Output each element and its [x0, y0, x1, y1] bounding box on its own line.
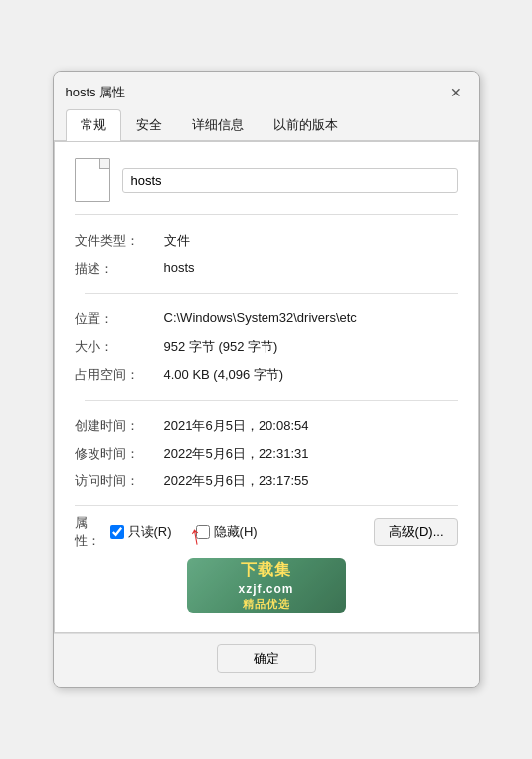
attributes-section: 属性： 只读(R) 隐藏(H) 高级(D)...	[75, 505, 458, 550]
field-value-location: C:\Windows\System32\drivers\etc	[154, 305, 458, 333]
info-table: 文件类型： 文件 描述： hosts 位置： C:\Windows\System…	[75, 227, 458, 495]
field-value-size: 952 字节 (952 字节)	[154, 333, 458, 361]
watermark-area: ↑ 下载集 xzjf.com 精品优选	[75, 558, 458, 618]
table-row: 创建时间： 2021年6月5日，20:08:54	[75, 412, 458, 440]
table-row: 访问时间： 2022年5月6日，23:17:55	[75, 468, 458, 495]
field-value-modified: 2022年5月6日，22:31:31	[154, 440, 458, 468]
table-row: 描述： hosts	[75, 255, 458, 283]
tab-content: 文件类型： 文件 描述： hosts 位置： C:\Windows\System…	[54, 141, 479, 633]
dialog-window: hosts 属性 ✕ 常规 安全 详细信息 以前的版本 文件类型： 文件 描述：…	[53, 71, 480, 688]
hidden-label: 隐藏(H)	[214, 523, 258, 541]
tab-general[interactable]: 常规	[66, 109, 121, 141]
field-label-type: 文件类型：	[75, 227, 154, 255]
file-header	[75, 158, 458, 215]
file-name-input[interactable]	[122, 168, 458, 193]
tab-details[interactable]: 详细信息	[177, 109, 259, 141]
readonly-checkbox[interactable]	[110, 525, 124, 539]
field-label-created: 创建时间：	[75, 412, 154, 440]
table-row: 位置： C:\Windows\System32\drivers\etc	[75, 305, 458, 333]
watermark-line1: 下载集	[241, 560, 291, 581]
field-label-size: 大小：	[75, 333, 154, 361]
field-value-desc: hosts	[154, 255, 458, 283]
checkbox-group: 只读(R) 隐藏(H)	[110, 523, 258, 541]
field-label-location: 位置：	[75, 305, 154, 333]
tab-security[interactable]: 安全	[121, 109, 177, 141]
readonly-checkbox-label[interactable]: 只读(R)	[110, 523, 172, 541]
title-bar: hosts 属性 ✕	[54, 72, 479, 109]
hidden-checkbox-label[interactable]: 隐藏(H)	[196, 523, 258, 541]
watermark-line3: 精品优选	[243, 597, 290, 612]
table-row: 修改时间： 2022年5月6日，22:31:31	[75, 440, 458, 468]
window-title: hosts 属性	[66, 84, 126, 101]
table-row: 文件类型： 文件	[75, 227, 458, 255]
close-button[interactable]: ✕	[445, 82, 467, 103]
tab-previous-versions[interactable]: 以前的版本	[259, 109, 353, 141]
watermark-badge: 下载集 xzjf.com 精品优选	[187, 558, 346, 613]
attributes-label: 属性：	[75, 514, 110, 550]
file-icon	[75, 158, 110, 202]
field-label-desc: 描述：	[75, 255, 154, 283]
table-row: 大小： 952 字节 (952 字节)	[75, 333, 458, 361]
table-row: 占用空间： 4.00 KB (4,096 字节)	[75, 361, 458, 389]
watermark-line2: xzjf.com	[238, 582, 293, 596]
field-value-created: 2021年6月5日，20:08:54	[154, 412, 458, 440]
field-value-type: 文件	[154, 227, 458, 255]
advanced-button[interactable]: 高级(D)...	[374, 518, 458, 546]
readonly-label: 只读(R)	[128, 523, 172, 541]
tab-bar: 常规 安全 详细信息 以前的版本	[54, 109, 479, 141]
field-label-disksize: 占用空间：	[75, 361, 154, 389]
field-value-accessed: 2022年5月6日，23:17:55	[154, 468, 458, 495]
field-value-disksize: 4.00 KB (4,096 字节)	[154, 361, 458, 389]
field-label-accessed: 访问时间：	[75, 468, 154, 495]
ok-button[interactable]: 确定	[217, 644, 316, 673]
field-label-modified: 修改时间：	[75, 440, 154, 468]
footer: 确定	[54, 633, 479, 687]
